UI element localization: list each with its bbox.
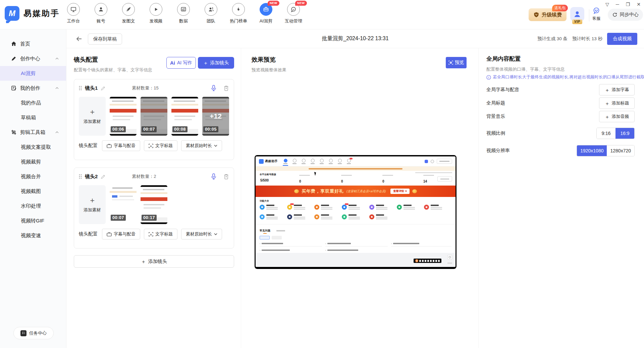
material-thumbnail-more[interactable]: +12 00:05 <box>202 97 229 136</box>
plus-icon: ＋ <box>203 60 208 65</box>
material-count: 素材数量：2 <box>132 173 156 180</box>
edit-pencil-icon[interactable] <box>101 174 106 179</box>
global-config-notice: 若全局口播时长大于最终生成的视频时长,将对超出视频时长的口播从尾部进行截取 <box>486 74 644 80</box>
nav-post-article[interactable]: 发图文 <box>115 3 142 24</box>
chevron-down-icon <box>214 233 217 235</box>
add-material-tile[interactable]: ＋ 添加素材 <box>79 97 106 136</box>
subtitle-voice-button[interactable]: 字幕与配音 <box>102 229 140 239</box>
play-icon <box>150 3 162 16</box>
nav-post-video[interactable]: 发视频 <box>142 3 170 24</box>
close-icon[interactable]: ✕ <box>637 1 641 7</box>
material-thumbnail[interactable]: 00:17 <box>141 185 167 224</box>
material-count: 素材数量：15 <box>132 85 158 91</box>
nav-accounts[interactable]: 账号 <box>87 3 115 24</box>
sidebar-item-ai-mix[interactable]: AI混剪 <box>0 66 66 81</box>
mini-notice-bar <box>256 166 455 171</box>
microphone-icon[interactable] <box>211 173 217 180</box>
task-center-button[interactable]: 任务中心 <box>13 327 54 339</box>
delete-shot-icon[interactable] <box>223 173 229 180</box>
chevron-up-icon <box>55 131 59 133</box>
ratio-option-9-16[interactable]: 9:16 <box>597 128 615 139</box>
subtitle-voice-button[interactable]: 字幕与配音 <box>102 140 140 151</box>
back-arrow-icon[interactable] <box>75 35 83 43</box>
material-duration-dropdown[interactable]: 素材原始时长 <box>181 229 222 239</box>
vip-badge: VIP <box>572 19 582 24</box>
material-thumbnail[interactable]: 00:08 <box>171 97 198 136</box>
sidebar-item-creation-center[interactable]: 创作中心 <box>0 51 66 66</box>
resolution-option-1920[interactable]: 1920x1080 <box>577 145 607 156</box>
sidebar-item-video-to-gif[interactable]: 视频转GIF <box>0 213 66 228</box>
home-icon <box>11 41 17 47</box>
document-title: 批量混剪_2024-10-22 13:31 <box>322 35 388 42</box>
ai-glyph-icon: Ai <box>170 60 175 66</box>
material-duration-dropdown[interactable]: 素材原始时长 <box>181 140 222 151</box>
topbar: ▽ ─ ❐ ✕ M 易媒助手 工作台 账号 发图文 发视频 数据 <box>0 0 644 29</box>
drag-handle-icon[interactable] <box>79 174 82 179</box>
duration-badge: 00:06 <box>111 126 126 132</box>
sidebar-item-watermark[interactable]: 水印处理 <box>0 199 66 213</box>
save-draft-button[interactable]: 保存到草稿 <box>88 33 122 45</box>
sidebar-item-video-crop[interactable]: 视频裁剪 <box>0 154 66 169</box>
customer-service[interactable]: 客服 <box>592 7 600 21</box>
pencil-icon <box>11 56 17 62</box>
text-title-button[interactable]: A 文字标题 <box>144 140 177 151</box>
upgrade-button[interactable]: 升级续费 送礼包 <box>529 8 567 21</box>
material-thumbnail[interactable]: 00:07 <box>141 97 167 136</box>
ratio-option-16-9[interactable]: 16:9 <box>615 128 634 139</box>
team-icon <box>205 3 217 16</box>
material-thumbnail[interactable]: 00:07 <box>110 185 137 224</box>
maximize-icon[interactable]: ❐ <box>626 1 630 7</box>
service-chat-icon <box>592 7 600 15</box>
global-config-subtitle: 配置整体视频的口播、字幕、文字等信息 <box>486 66 565 72</box>
video-preview[interactable]: 易媒助手 全平台账号数据 5/500 0 0 <box>255 155 457 269</box>
add-shot-bottom-button[interactable]: ＋ 添加镜头 <box>74 255 234 268</box>
duration-badge: 00:07 <box>142 126 157 132</box>
mini-cursor <box>314 171 318 176</box>
shot-config-panel: 镜头配置 配置每个镜头的素材、字幕、文字等信息 Ai AI 写作 ＋ 添加镜头 … <box>66 48 241 348</box>
mini-promo-banner: 买年费，享双重好礼 (送营销工具会员+ai写作会员) 查看详情 ➔ <box>256 186 455 197</box>
sidebar-item-edit-toolbox[interactable]: 剪辑工具箱 <box>0 125 66 140</box>
window-controls: ▽ ─ ❐ ✕ <box>605 1 641 7</box>
resolution-option-1280[interactable]: 1280x720 <box>607 145 634 156</box>
ai-write-button[interactable]: Ai AI 写作 <box>166 57 196 69</box>
nav-workbench[interactable]: 工作台 <box>60 3 87 24</box>
nav-ai-mix[interactable]: AI混剪 NEW <box>252 3 280 24</box>
text-title-button[interactable]: A 文字标题 <box>144 229 177 239</box>
add-shot-button[interactable]: ＋ 添加镜头 <box>198 57 234 69</box>
delete-shot-icon[interactable] <box>223 85 229 91</box>
nav-interaction[interactable]: 互动管理 NEW <box>280 3 307 24</box>
info-icon <box>486 75 491 80</box>
sidebar-item-my-works[interactable]: 我的作品 <box>0 95 66 110</box>
nav-hot-list[interactable]: 热门榜单 <box>225 3 252 24</box>
add-audio-button[interactable]: ＋ 添加音频 <box>599 111 635 122</box>
add-title-button[interactable]: ＋ 添加标题 <box>599 97 635 109</box>
task-list-icon <box>20 330 26 336</box>
sidebar-item-drafts[interactable]: 草稿箱 <box>0 110 66 125</box>
sync-center-button[interactable]: 同步中心 <box>608 9 643 21</box>
drag-handle-icon[interactable] <box>79 86 82 90</box>
duration-badge: 00:17 <box>142 215 157 221</box>
compose-video-button[interactable]: 合成视频 <box>607 33 637 45</box>
sidebar-item-video-text-extract[interactable]: 视频文案提取 <box>0 140 66 154</box>
feather-icon <box>122 3 135 16</box>
sidebar-item-video-speed[interactable]: 视频变速 <box>0 228 66 243</box>
sidebar-item-home[interactable]: 首页 <box>0 37 66 51</box>
edit-pencil-icon[interactable] <box>101 86 106 91</box>
plus-icon: ＋ <box>605 87 610 92</box>
sidebar-item-my-creations[interactable]: 我的创作 <box>0 81 66 95</box>
add-subtitle-button[interactable]: ＋ 添加字幕 <box>599 84 635 95</box>
mini-stats-row: 全平台账号数据 5/500 0 0 0 14 <box>256 171 455 186</box>
microphone-icon[interactable] <box>211 85 217 91</box>
user-avatar[interactable] <box>570 7 584 21</box>
nav-team[interactable]: 团队 <box>197 3 225 24</box>
sidebar-item-video-merge[interactable]: 视频合并 <box>0 169 66 184</box>
minimize-icon[interactable]: ─ <box>616 1 619 7</box>
preview-button[interactable]: 预览 <box>446 57 467 68</box>
nav-data[interactable]: 数据 <box>170 3 197 24</box>
sidebar-item-video-screenshot[interactable]: 视频截图 <box>0 184 66 199</box>
add-material-tile[interactable]: ＋ 添加素材 <box>79 185 106 224</box>
window-menu-icon[interactable]: ▽ <box>605 1 609 7</box>
material-thumbnail[interactable]: 00:06 <box>110 97 137 136</box>
preview-title: 效果预览 <box>252 56 276 64</box>
shot-name: 镜头2 <box>85 173 98 180</box>
